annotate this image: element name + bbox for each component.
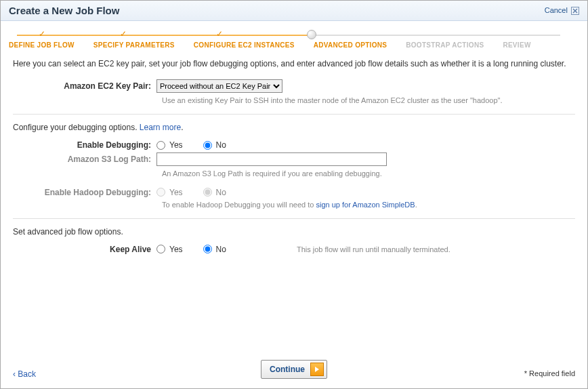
dialog-header: Create a New Job Flow Cancel: [1, 1, 587, 21]
yes-label: Yes: [169, 140, 183, 150]
keepalive-no-radio[interactable]: [203, 245, 212, 253]
check-icon: ✓: [39, 29, 45, 39]
logpath-input[interactable]: [156, 152, 387, 166]
arrow-right-icon: [310, 363, 324, 376]
keypair-select[interactable]: Proceed without an EC2 Key Pair: [156, 79, 282, 93]
continue-label: Continue: [270, 365, 305, 374]
keepalive-label: Keep Alive: [13, 245, 156, 254]
hadoop-debugging-label: Enable Hadoop Debugging:: [13, 188, 156, 197]
learn-more-link[interactable]: Learn more: [140, 123, 181, 132]
hadoop-debugging-no-radio[interactable]: [203, 188, 212, 197]
wizard-track: [17, 35, 560, 36]
no-label: No: [216, 245, 226, 254]
cancel-button[interactable]: Cancel: [545, 6, 579, 15]
step-bootstrap-actions[interactable]: BOOTSTRAP ACTIONS: [406, 30, 484, 49]
keepalive-note: This job flow will run until manually te…: [297, 245, 450, 253]
dialog-content: Here you can select an EC2 key pair, set…: [1, 52, 587, 254]
enable-debugging-no-radio[interactable]: [203, 141, 212, 150]
step-advanced-options[interactable]: ADVANCED OPTIONS: [314, 30, 387, 49]
keypair-help: Use an existing Key Pair to SSH into the…: [162, 96, 575, 106]
current-step-node-icon: [307, 30, 316, 39]
yes-label: Yes: [169, 245, 183, 254]
logpath-help: An Amazon S3 Log Path is required if you…: [162, 169, 575, 179]
step-review[interactable]: REVIEW: [503, 30, 530, 49]
enable-debugging-yes-radio[interactable]: [156, 141, 165, 150]
step-configure-ec2-instances[interactable]: CONFIGURE EC2 INSTANCES: [194, 30, 295, 49]
enable-debugging-row: Enable Debugging: Yes No: [13, 140, 575, 150]
hadoop-debugging-radios: Yes No: [156, 188, 243, 197]
no-label: No: [216, 140, 226, 150]
back-button[interactable]: ‹ Back: [13, 369, 36, 379]
debug-intro: Configure your debugging options. Learn …: [13, 123, 575, 132]
hadoop-debugging-row: Enable Hadoop Debugging: Yes No: [13, 188, 575, 197]
wizard-steps: ✓ ✓ ✓ DEFINE JOB FLOW SPECIFY PARAMETERS…: [1, 21, 587, 52]
simpledb-signup-link[interactable]: sign up for Amazon SimpleDB: [316, 201, 415, 209]
yes-label: Yes: [169, 188, 183, 197]
logpath-row: Amazon S3 Log Path:: [13, 152, 575, 166]
logpath-label: Amazon S3 Log Path:: [13, 155, 156, 164]
hadoop-debugging-yes-radio[interactable]: [156, 188, 165, 197]
close-icon: [571, 7, 579, 15]
check-icon: ✓: [216, 29, 223, 39]
keepalive-row: Keep Alive Yes No This job flow will run…: [13, 245, 575, 254]
continue-button[interactable]: Continue: [261, 360, 327, 379]
required-field-note: * Required field: [524, 369, 575, 377]
check-icon: ✓: [120, 29, 127, 39]
dialog-title: Create a New Job Flow: [9, 5, 119, 16]
step-specify-parameters[interactable]: SPECIFY PARAMETERS: [93, 30, 175, 49]
keypair-row: Amazon EC2 Key Pair: Proceed without an …: [13, 79, 575, 93]
divider: [13, 218, 575, 219]
no-label: No: [216, 188, 226, 197]
cancel-label: Cancel: [545, 6, 568, 14]
enable-debugging-radios: Yes No: [156, 140, 243, 150]
advanced-intro: Set advanced job flow options.: [13, 227, 575, 237]
keypair-label: Amazon EC2 Key Pair:: [13, 81, 156, 91]
intro-text: Here you can select an EC2 key pair, set…: [13, 58, 575, 70]
keepalive-yes-radio[interactable]: [156, 245, 165, 253]
enable-debugging-label: Enable Debugging:: [13, 140, 156, 150]
hadoop-help: To enable Hadoop Debugging you will need…: [162, 200, 575, 210]
keepalive-radios: Yes No: [156, 245, 243, 254]
divider: [13, 114, 575, 115]
